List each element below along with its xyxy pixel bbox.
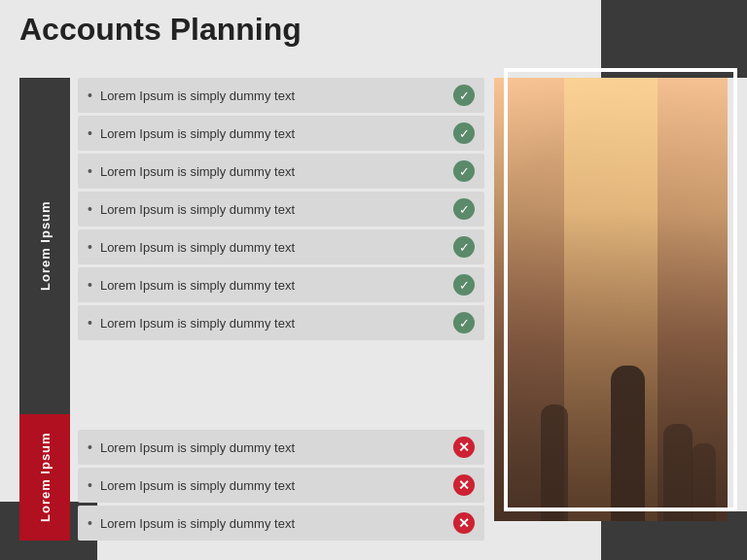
bullet-icon: • [88,125,92,141]
list-item-text: Lorem Ipsum is simply dummy text [100,202,445,217]
content-area: Lorem Ipsum Lorem Ipsum •Lorem Ipsum is … [19,78,728,541]
top-list-section: •Lorem Ipsum is simply dummy text✓•Lorem… [78,78,484,422]
top-list-item: •Lorem Ipsum is simply dummy text✓ [78,116,484,151]
list-item-text: Lorem Ipsum is simply dummy text [100,516,445,531]
list-item-text: Lorem Ipsum is simply dummy text [100,126,445,141]
bullet-icon: • [88,315,92,331]
check-icon: ✓ [453,274,475,296]
sidebar-label-top: Lorem Ipsum [19,78,70,414]
sidebar: Lorem Ipsum Lorem Ipsum [19,78,70,541]
list-item-text: Lorem Ipsum is simply dummy text [100,316,445,331]
bullet-icon: • [88,201,92,217]
check-icon: ✓ [453,312,475,333]
list-item-text: Lorem Ipsum is simply dummy text [100,278,445,293]
photo-overlay [494,211,728,521]
top-list-item: •Lorem Ipsum is simply dummy text✓ [78,305,484,340]
check-icon: ✓ [453,85,475,106]
bottom-list-item: •Lorem Ipsum is simply dummy text✕ [78,430,484,465]
top-list-item: •Lorem Ipsum is simply dummy text✓ [78,154,484,189]
cross-icon: ✕ [453,512,475,534]
bullet-icon: • [88,163,92,179]
bullet-icon: • [88,277,92,293]
bottom-list-section: •Lorem Ipsum is simply dummy text✕•Lorem… [78,422,484,541]
list-item-text: Lorem Ipsum is simply dummy text [100,440,445,455]
list-item-text: Lorem Ipsum is simply dummy text [100,240,445,255]
bullet-icon: • [88,477,92,493]
top-list-item: •Lorem Ipsum is simply dummy text✓ [78,267,484,302]
bottom-list-item: •Lorem Ipsum is simply dummy text✕ [78,468,484,503]
top-list-item: •Lorem Ipsum is simply dummy text✓ [78,192,484,227]
page-title: Accounts Planning [19,12,302,48]
list-item-text: Lorem Ipsum is simply dummy text [100,88,445,103]
photo-background [494,78,728,521]
bullet-icon: • [88,239,92,255]
bullet-icon: • [88,88,92,103]
sidebar-label-bottom: Lorem Ipsum [19,414,70,541]
check-icon: ✓ [453,160,475,182]
top-list-item: •Lorem Ipsum is simply dummy text✓ [78,78,484,113]
check-icon: ✓ [453,122,475,144]
lists-area: •Lorem Ipsum is simply dummy text✓•Lorem… [70,78,484,541]
bullet-icon: • [88,515,92,531]
cross-icon: ✕ [453,437,475,458]
check-icon: ✓ [453,198,475,220]
photo-content [494,78,728,521]
list-item-text: Lorem Ipsum is simply dummy text [100,478,445,493]
top-list-item: •Lorem Ipsum is simply dummy text✓ [78,229,484,264]
bullet-icon: • [88,439,92,455]
slide: Accounts Planning Lorem Ipsum Lorem Ipsu… [0,0,747,560]
photo-area [494,78,728,541]
check-icon: ✓ [453,236,475,258]
list-item-text: Lorem Ipsum is simply dummy text [100,164,445,179]
cross-icon: ✕ [453,474,475,496]
bottom-list-item: •Lorem Ipsum is simply dummy text✕ [78,506,484,541]
